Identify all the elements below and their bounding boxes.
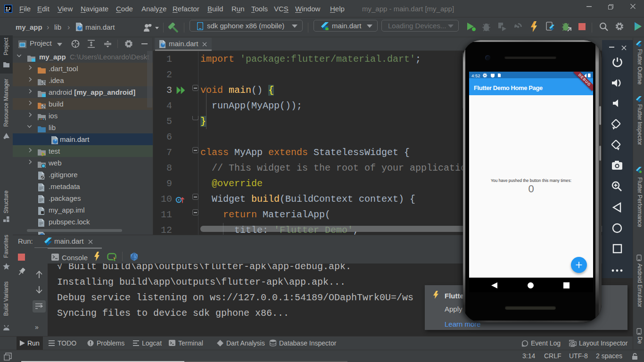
svg-text:IJ: IJ — [6, 7, 11, 11]
